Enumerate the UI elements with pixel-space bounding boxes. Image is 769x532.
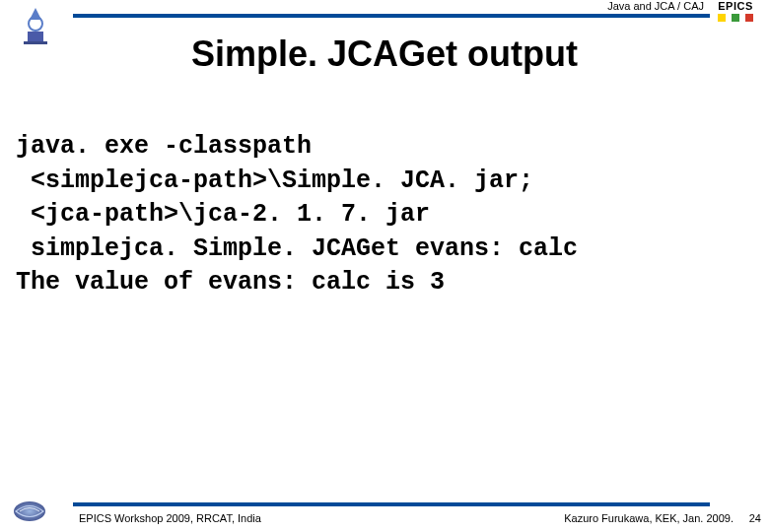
footer-divider — [73, 502, 710, 506]
square-red-icon — [745, 14, 753, 22]
epics-squares-icon — [718, 14, 753, 22]
footer-left-text: EPICS Workshop 2009, RRCAT, India — [79, 512, 261, 524]
square-yellow-icon — [718, 14, 726, 22]
code-line: <jca-path>\jca-2. 1. 7. jar — [16, 200, 430, 229]
code-line: <simplejca-path>\Simple. JCA. jar; — [16, 166, 533, 195]
header-divider — [73, 14, 710, 18]
slide-title: Simple. JCAGet output — [0, 33, 769, 75]
square-green-icon — [732, 14, 739, 22]
slide-footer: EPICS Workshop 2009, RRCAT, India Kazuro… — [0, 497, 769, 532]
code-line: simplejca. Simple. JCAGet evans: calc — [16, 234, 578, 263]
header-topic: Java and JCA / CAJ — [607, 0, 704, 12]
swirl-icon — [12, 499, 47, 524]
svg-point-3 — [14, 501, 45, 521]
epics-logo-text: EPICS — [710, 0, 761, 12]
footer-logo — [12, 499, 51, 526]
code-line: The value of evans: calc is 3 — [16, 268, 445, 297]
code-line: java. exe -classpath — [16, 132, 312, 161]
slide: Java and JCA / CAJ EPICS Simple. JCAGet … — [0, 0, 769, 532]
code-block: java. exe -classpath <simplejca-path>\Si… — [16, 130, 753, 300]
footer-right-text: Kazuro Furukawa, KEK, Jan. 2009. — [564, 512, 734, 524]
epics-logo: EPICS — [710, 0, 761, 22]
footer-page-number: 24 — [749, 512, 761, 524]
